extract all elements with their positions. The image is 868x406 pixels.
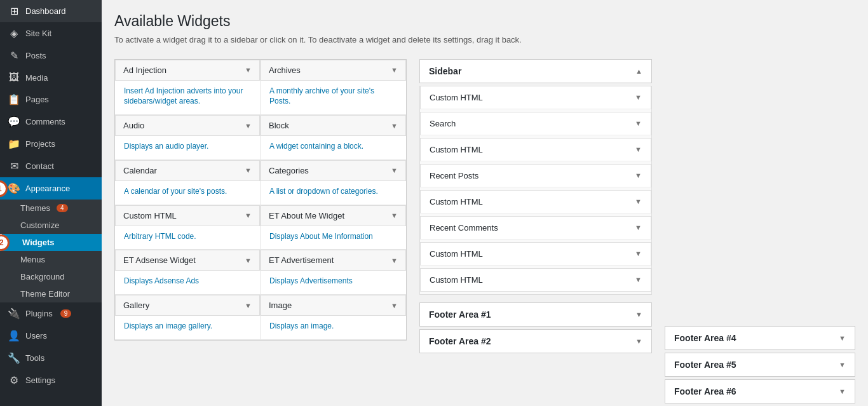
chevron-down-icon: ▼ <box>391 302 398 309</box>
widget-label: Block <box>269 121 289 130</box>
widget-desc: Displays About Me Information <box>269 231 397 242</box>
widget-label: Audio <box>123 121 144 130</box>
chevron-down-icon: ▼ <box>839 361 846 369</box>
widget-et-adsense-header[interactable]: ET Adsense Widget ▼ <box>115 250 260 271</box>
chevron-down-icon: ▼ <box>839 388 846 395</box>
sidebar-widget-item[interactable]: Custom HTML ▼ <box>420 138 651 161</box>
sidebar-item-projects[interactable]: 📁 Projects <box>0 133 102 155</box>
sidebar-item-tools[interactable]: 🔧 Tools <box>0 347 102 369</box>
spacer <box>665 59 855 326</box>
widget-et-about-me: ET About Me Widget ▼ Displays About Me I… <box>261 205 406 250</box>
sidebar-item-plugins[interactable]: 🔌 Plugins 9 <box>0 302 102 325</box>
widget-desc: A list or dropdown of categories. <box>269 186 397 197</box>
widget-label: Calendar <box>123 166 157 175</box>
submenu-label: Themes <box>20 203 50 213</box>
footer-area-5[interactable]: Footer Area #5 ▼ <box>665 353 855 377</box>
tools-icon: 🔧 <box>8 352 20 364</box>
dashboard-icon: ⊞ <box>8 5 20 17</box>
widget-label: ET Advertisement <box>269 255 334 265</box>
widget-custom-html-header[interactable]: Custom HTML ▼ <box>115 205 260 226</box>
widget-ad-injection-header[interactable]: Ad Injection ▼ <box>115 60 260 81</box>
sidebar-widget-item[interactable]: Custom HTML ▼ <box>420 242 651 266</box>
widget-gallery: Gallery ▼ Displays an image gallery. <box>115 295 261 340</box>
chevron-down-icon: ▼ <box>245 302 252 309</box>
chevron-down-icon: ▼ <box>635 276 642 283</box>
area-title: Footer Area #6 <box>674 386 736 396</box>
widget-ad-injection: Ad Injection ▼ Insert Ad Injection adver… <box>115 60 261 116</box>
widget-archives-header[interactable]: Archives ▼ <box>261 60 406 81</box>
widget-categories-header[interactable]: Categories ▼ <box>261 160 406 181</box>
appearance-submenu: Themes 4 Customize Widgets 2 Menus Backg… <box>0 200 102 302</box>
footer-area-1[interactable]: Footer Area #1 ▼ <box>419 302 652 327</box>
widget-audio-header[interactable]: Audio ▼ <box>115 115 260 136</box>
sidebar-widget-item[interactable]: Search ▼ <box>420 112 651 135</box>
sidebar-item-settings[interactable]: ⚙ Settings <box>0 369 102 391</box>
widget-desc: Displays an image. <box>269 321 397 332</box>
chevron-down-icon: ▼ <box>245 166 252 174</box>
widget-gallery-header[interactable]: Gallery ▼ <box>115 295 260 316</box>
widget-desc: Displays Adsense Ads <box>124 276 251 287</box>
widget-desc: Displays an audio player. <box>124 141 251 152</box>
admin-sidebar: ⊞ Dashboard ◈ Site Kit ✎ Posts 🖼 Media 📋… <box>0 0 102 406</box>
footer-area-2[interactable]: Footer Area #2 ▼ <box>419 329 652 353</box>
media-icon: 🖼 <box>8 72 20 83</box>
sidebar-item-pages[interactable]: 📋 Pages <box>0 88 102 111</box>
sidebar-widget-item[interactable]: Custom HTML ▼ <box>420 86 651 109</box>
submenu-widgets[interactable]: Widgets 2 <box>0 234 102 251</box>
sidebar-item-appearance[interactable]: 🎨 Appearance 1 <box>0 177 102 200</box>
projects-icon: 📁 <box>8 138 20 150</box>
sidebar-item-label: Projects <box>25 139 55 149</box>
sidebar-item-posts[interactable]: ✎ Posts <box>0 44 102 67</box>
widget-et-advertisement-header[interactable]: ET Advertisement ▼ <box>261 250 406 271</box>
sidebar-item-users[interactable]: 👤 Users <box>0 325 102 347</box>
submenu-customize[interactable]: Customize <box>0 217 102 234</box>
sidebar-item-label: Posts <box>25 51 46 60</box>
submenu-label: Widgets <box>22 238 54 247</box>
sidebar-item-contact[interactable]: ✉ Contact <box>0 155 102 177</box>
widget-areas-panel: Sidebar ▲ Custom HTML ▼ Search ▼ <box>419 59 855 406</box>
chevron-down-icon: ▼ <box>839 334 846 342</box>
chevron-down-icon: ▼ <box>635 224 642 231</box>
sidebar-item-sitekit[interactable]: ◈ Site Kit <box>0 22 102 44</box>
comments-icon: 💬 <box>8 116 20 128</box>
appearance-icon: 🎨 <box>8 182 20 194</box>
sidebar-item-label: Users <box>25 331 47 341</box>
themes-badge: 4 <box>57 204 68 212</box>
chevron-down-icon: ▼ <box>245 66 252 74</box>
sidebar-area-header[interactable]: Sidebar ▲ <box>419 59 652 83</box>
submenu-menus[interactable]: Menus <box>0 251 102 268</box>
widget-desc: A calendar of your site's posts. <box>124 186 251 197</box>
widget-name: Custom HTML <box>430 145 483 154</box>
sidebar-widget-item[interactable]: Custom HTML ▼ <box>420 190 651 213</box>
submenu-label: Theme Editor <box>20 289 70 299</box>
sidebar-widget-item[interactable]: Recent Comments ▼ <box>420 216 651 240</box>
widget-calendar-header[interactable]: Calendar ▼ <box>115 160 260 181</box>
circle-badge-1: 1 <box>0 180 8 197</box>
widget-et-about-me-header[interactable]: ET About Me Widget ▼ <box>261 205 406 226</box>
widget-image-header[interactable]: Image ▼ <box>261 295 406 316</box>
sidebar-item-label: Pages <box>25 95 49 104</box>
sidebar-item-media[interactable]: 🖼 Media <box>0 67 102 88</box>
submenu-themes[interactable]: Themes 4 <box>0 200 102 217</box>
sidebar-widget-item[interactable]: Custom HTML ▼ <box>420 268 651 292</box>
widget-label: ET Adsense Widget <box>123 255 196 265</box>
posts-icon: ✎ <box>8 50 20 62</box>
sidebar-item-label: Contact <box>25 161 54 171</box>
available-widgets-panel: Ad Injection ▼ Insert Ad Injection adver… <box>114 59 407 406</box>
footer-area-6[interactable]: Footer Area #6 ▼ <box>665 379 855 403</box>
sidebar-item-comments[interactable]: 💬 Comments <box>0 111 102 133</box>
widget-block-header[interactable]: Block ▼ <box>261 115 406 136</box>
widget-calendar: Calendar ▼ A calendar of your site's pos… <box>115 160 261 205</box>
widget-desc: Arbitrary HTML code. <box>124 231 251 242</box>
footer-area-4[interactable]: Footer Area #4 ▼ <box>665 326 855 350</box>
submenu-theme-editor[interactable]: Theme Editor <box>0 285 102 302</box>
chevron-down-icon: ▼ <box>635 198 642 205</box>
sidebar-item-dashboard[interactable]: ⊞ Dashboard <box>0 0 102 22</box>
chevron-down-icon: ▼ <box>391 257 398 264</box>
plugins-icon: 🔌 <box>8 308 20 320</box>
submenu-background[interactable]: Background <box>0 268 102 285</box>
circle-badge-2: 2 <box>0 234 10 251</box>
chevron-down-icon: ▼ <box>391 166 398 174</box>
chevron-down-icon: ▼ <box>635 145 642 153</box>
sidebar-widget-item[interactable]: Recent Posts ▼ <box>420 164 651 187</box>
